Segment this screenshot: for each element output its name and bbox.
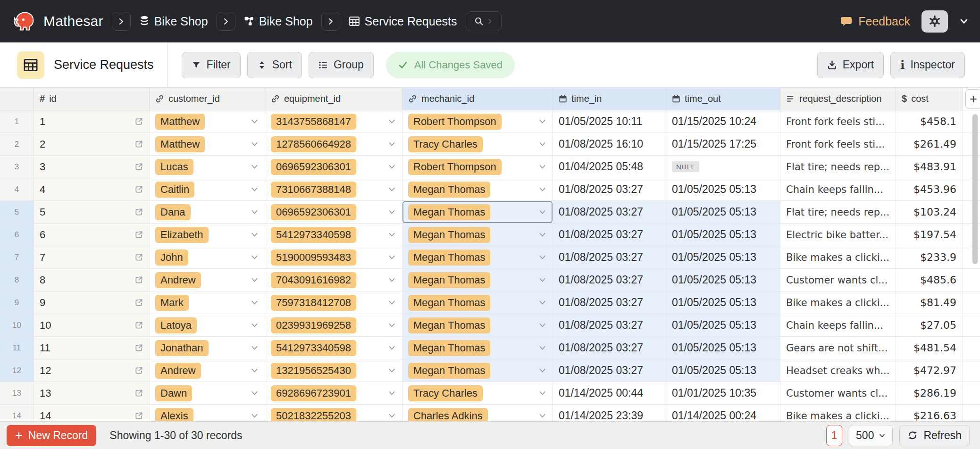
mechanic-cell[interactable]: Megan Thomas bbox=[402, 224, 553, 246]
mechanic-cell[interactable]: Tracy Charles bbox=[402, 133, 553, 155]
breadcrumb-table[interactable]: Service Requests bbox=[349, 15, 457, 28]
feedback-button[interactable]: Feedback bbox=[840, 15, 910, 28]
equipment-cell[interactable]: 5412973340598 bbox=[265, 337, 402, 359]
chevron-down-icon[interactable] bbox=[387, 162, 396, 171]
account-menu-caret[interactable] bbox=[959, 17, 969, 26]
chevron-down-icon[interactable] bbox=[387, 185, 396, 194]
customer-cell[interactable]: Caitlin bbox=[150, 178, 265, 200]
request-description-cell[interactable]: Headset creaks wh... bbox=[780, 359, 896, 382]
equipment-cell[interactable]: 5190009593483 bbox=[265, 246, 402, 268]
mechanic-cell[interactable]: Robert Thompson bbox=[402, 110, 553, 133]
id-cell[interactable]: 3 bbox=[34, 156, 150, 178]
chevron-down-icon[interactable] bbox=[538, 389, 547, 398]
customer-cell[interactable]: Andrew bbox=[150, 269, 265, 291]
time_out-cell[interactable]: 01/05/2025 05:13 bbox=[666, 178, 780, 200]
time_out-cell[interactable]: 01/01/2025 10:35 bbox=[666, 382, 780, 404]
row-number-cell[interactable]: 1 bbox=[0, 110, 34, 133]
cost-cell[interactable]: $481.54 bbox=[896, 337, 963, 359]
time_in-cell[interactable]: 01/08/2025 03:27 bbox=[553, 359, 666, 382]
customer-cell[interactable]: Alexis bbox=[150, 405, 265, 421]
time_in-cell[interactable]: 01/08/2025 03:27 bbox=[553, 178, 666, 200]
request-description-cell[interactable]: Flat tire; needs rep... bbox=[780, 201, 896, 223]
request-description-cell[interactable]: Gears are not shift... bbox=[780, 337, 896, 359]
customer-cell[interactable]: Matthew bbox=[150, 133, 265, 155]
request-description-cell[interactable]: Bike makes a clicki... bbox=[780, 291, 896, 314]
chevron-down-icon[interactable] bbox=[538, 162, 547, 171]
chevron-down-icon[interactable] bbox=[387, 298, 396, 307]
id-cell[interactable]: 8 bbox=[34, 269, 150, 291]
open-record-external-link-icon[interactable] bbox=[134, 389, 143, 398]
id-cell[interactable]: 9 bbox=[34, 291, 150, 314]
row-number-cell[interactable]: 5 bbox=[0, 201, 34, 223]
column-header-cost[interactable]: $cost bbox=[896, 88, 963, 110]
customer-cell[interactable]: Matthew bbox=[150, 110, 265, 133]
equipment-cell[interactable]: 5021832255203 bbox=[265, 405, 402, 421]
open-record-external-link-icon[interactable] bbox=[134, 298, 143, 307]
chevron-down-icon[interactable] bbox=[250, 366, 259, 375]
table-search-button[interactable] bbox=[466, 11, 502, 31]
time_in-cell[interactable]: 01/08/2025 03:27 bbox=[553, 201, 666, 223]
row-number-cell[interactable]: 6 bbox=[0, 224, 34, 246]
mechanic-cell[interactable]: Megan Thomas bbox=[402, 359, 553, 382]
chevron-down-icon[interactable] bbox=[387, 366, 396, 375]
time_in-cell[interactable]: 01/08/2025 03:27 bbox=[553, 291, 666, 314]
column-header-equipment_id[interactable]: equipment_id bbox=[265, 88, 402, 110]
id-cell[interactable]: 1 bbox=[34, 110, 150, 133]
open-record-external-link-icon[interactable] bbox=[134, 117, 143, 126]
time_out-cell[interactable]: 01/05/2025 05:13 bbox=[666, 314, 780, 336]
chevron-down-icon[interactable] bbox=[250, 208, 259, 216]
time_in-cell[interactable]: 01/04/2025 05:48 bbox=[553, 156, 666, 178]
row-number-cell[interactable]: 13 bbox=[0, 382, 34, 404]
chevron-down-icon[interactable] bbox=[387, 140, 396, 149]
chevron-down-icon[interactable] bbox=[250, 298, 259, 307]
customer-cell[interactable]: Dawn bbox=[150, 382, 265, 404]
chevron-down-icon[interactable] bbox=[250, 343, 259, 352]
request-description-cell[interactable]: Electric bike batter... bbox=[780, 224, 896, 246]
time_in-cell[interactable]: 01/14/2025 23:39 bbox=[553, 405, 666, 421]
row-number-cell[interactable]: 7 bbox=[0, 246, 34, 268]
open-record-external-link-icon[interactable] bbox=[134, 185, 143, 194]
cost-cell[interactable]: $483.91 bbox=[896, 156, 963, 178]
cost-cell[interactable]: $472.97 bbox=[896, 359, 963, 382]
time_out-cell[interactable]: 01/05/2025 05:13 bbox=[666, 337, 780, 359]
mechanic-cell[interactable]: Megan Thomas bbox=[402, 246, 553, 268]
time_in-cell[interactable]: 01/08/2025 03:27 bbox=[553, 314, 666, 336]
request-description-cell[interactable]: Chain keeps fallin... bbox=[780, 314, 896, 336]
current-page-button[interactable]: 1 bbox=[826, 425, 842, 446]
time_out-cell[interactable]: 01/15/2025 10:24 bbox=[666, 110, 780, 133]
inspector-button[interactable]: i Inspector bbox=[890, 52, 965, 78]
cost-cell[interactable]: $233.9 bbox=[896, 246, 963, 268]
time_in-cell[interactable]: 01/08/2025 16:10 bbox=[553, 133, 666, 155]
id-cell[interactable]: 5 bbox=[34, 201, 150, 223]
request-description-cell[interactable]: Bike makes a clicki... bbox=[780, 405, 896, 421]
chevron-down-icon[interactable] bbox=[387, 411, 396, 420]
page-size-select[interactable]: 500 bbox=[849, 425, 893, 446]
id-cell[interactable]: 4 bbox=[34, 178, 150, 200]
chevron-down-icon[interactable] bbox=[538, 140, 547, 149]
equipment-cell[interactable]: 0239931969258 bbox=[265, 314, 402, 336]
customer-cell[interactable]: Dana bbox=[150, 201, 265, 223]
equipment-cell[interactable]: 1278560664928 bbox=[265, 133, 402, 155]
time_out-cell[interactable]: 01/05/2025 05:13 bbox=[666, 291, 780, 314]
equipment-cell[interactable]: 7310667388148 bbox=[265, 178, 402, 200]
chevron-down-icon[interactable] bbox=[387, 208, 396, 216]
column-header-customer_id[interactable]: customer_id bbox=[150, 88, 265, 110]
vertical-scrollbar-thumb[interactable] bbox=[972, 114, 978, 264]
equipment-cell[interactable]: 5412973340598 bbox=[265, 224, 402, 246]
row-number-cell[interactable]: 2 bbox=[0, 133, 34, 155]
cost-cell[interactable]: $216.63 bbox=[896, 405, 963, 421]
chevron-down-icon[interactable] bbox=[538, 117, 547, 126]
sort-button[interactable]: Sort bbox=[247, 52, 302, 78]
id-cell[interactable]: 10 bbox=[34, 314, 150, 336]
id-cell[interactable]: 12 bbox=[34, 359, 150, 382]
time_out-cell[interactable]: 01/05/2025 05:13 bbox=[666, 359, 780, 382]
equipment-cell[interactable]: 0696592306301 bbox=[265, 156, 402, 178]
customer-cell[interactable]: Jonathan bbox=[150, 337, 265, 359]
time_out-cell[interactable]: 01/05/2025 05:13 bbox=[666, 269, 780, 291]
equipment-cell[interactable]: 6928696723901 bbox=[265, 382, 402, 404]
time_in-cell[interactable]: 01/14/2025 00:44 bbox=[553, 382, 666, 404]
time_out-cell[interactable]: 01/15/2025 17:25 bbox=[666, 133, 780, 155]
chevron-down-icon[interactable] bbox=[387, 389, 396, 398]
open-record-external-link-icon[interactable] bbox=[134, 275, 143, 284]
cost-cell[interactable]: $103.24 bbox=[896, 201, 963, 223]
